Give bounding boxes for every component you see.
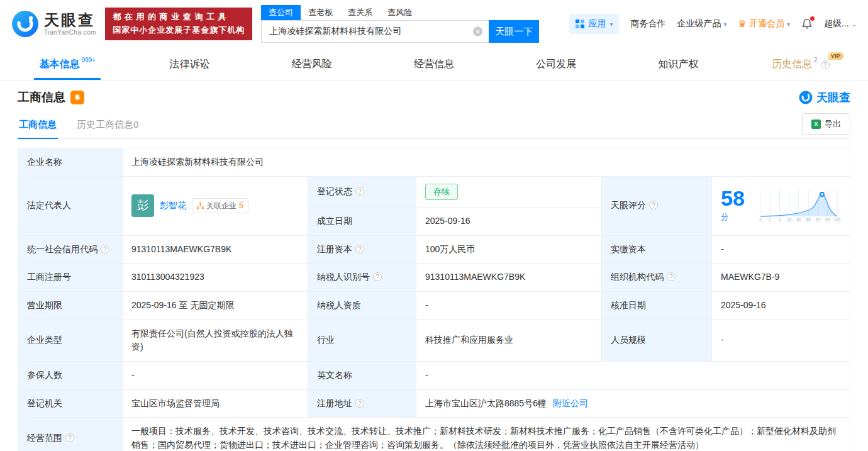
crown-icon: ♛ xyxy=(738,18,746,30)
help-icon[interactable] xyxy=(649,201,658,209)
cooperation-label: 商务合作 xyxy=(630,18,665,30)
top-nav: 应用 ▾ 商务合作 企业级产品 ▾ ♛ 开通会员 ▾ 超级... ⌄ xyxy=(569,14,857,34)
help-icon[interactable] xyxy=(821,60,830,69)
score-marker-dot xyxy=(820,192,824,196)
tab-label: 基本信息 xyxy=(39,58,79,71)
svg-text:15: 15 xyxy=(787,218,792,222)
search-tab-risk[interactable]: 查风险 xyxy=(380,5,420,20)
help-icon[interactable] xyxy=(355,245,364,253)
search-tab-relation[interactable]: 查关系 xyxy=(340,5,380,20)
help-icon[interactable] xyxy=(355,187,364,196)
sub-tabs: 工商信息 历史工商信息0 导出 xyxy=(18,113,850,139)
english-name-label: 英文名称 xyxy=(308,361,416,389)
tianyancha-logo-icon xyxy=(799,91,813,104)
subtab-history-business-info[interactable]: 历史工商信息0 xyxy=(75,114,140,138)
related-companies-badge[interactable]: 关联企业 5 xyxy=(192,198,248,214)
company-name-label: 企业名称 xyxy=(18,148,123,177)
search-input[interactable] xyxy=(261,20,489,43)
help-icon[interactable] xyxy=(667,272,676,281)
nav-super-vip[interactable]: 超级... ⌄ xyxy=(824,18,857,30)
staff-size-value: - xyxy=(712,320,850,361)
establish-date-value: 2025-09-16 xyxy=(416,207,602,235)
super-label: 超级... xyxy=(824,18,849,30)
related-companies-label: 关联企业 xyxy=(206,200,236,212)
reg-address-value: 上海市宝山区沪太路8885号6幢 xyxy=(425,397,547,411)
svg-text:97: 97 xyxy=(816,218,821,222)
search-tab-boss[interactable]: 查老板 xyxy=(301,5,340,20)
clear-search-icon[interactable]: ✕ xyxy=(473,27,482,36)
svg-text:100: 100 xyxy=(834,218,841,222)
export-button[interactable]: 导出 xyxy=(802,113,850,135)
search-tab-company[interactable]: 查公司 xyxy=(261,5,301,20)
table-row: 经营范围 一般项目：技术服务、技术开发、技术咨询、技术交流、技术转让、技术推广；… xyxy=(18,418,850,451)
watermark-brand-name: 天眼查 xyxy=(816,90,850,105)
table-row: 企业类型 有限责任公司(自然人投资或控股的法人独资) 行业 科技推广和应用服务业… xyxy=(18,320,850,361)
reg-capital-value: 100万人民币 xyxy=(416,235,602,264)
tab-legal-proceedings[interactable]: 法律诉讼 xyxy=(128,49,250,80)
subtab-business-info[interactable]: 工商信息 xyxy=(18,114,58,139)
company-section-tabs: 基本信息 999+ 法律诉讼 经营风险 经营信息 公司发展 知识产权 历史信息 … xyxy=(0,49,868,81)
taxpayer-id-label: 纳税人识别号 xyxy=(308,264,416,292)
help-icon[interactable] xyxy=(101,245,109,253)
apps-label: 应用 xyxy=(588,18,606,30)
business-scope-label: 经营范围 xyxy=(18,418,123,451)
export-label: 导出 xyxy=(825,118,841,130)
nav-business-cooperation[interactable]: 商务合作 xyxy=(630,18,665,30)
business-info-table: 企业名称 上海凌硅探索新材料科技有限公司 法定代表人 彭 彭智花 xyxy=(18,148,850,451)
nav-enterprise-products[interactable]: 企业级产品 ▾ xyxy=(677,18,726,30)
apps-menu[interactable]: 应用 ▾ xyxy=(569,14,619,34)
svg-text:99: 99 xyxy=(825,218,830,222)
legal-rep-name-link[interactable]: 彭智花 xyxy=(160,199,186,213)
grid-icon xyxy=(576,19,584,28)
company-type-label: 企业类型 xyxy=(18,320,123,361)
tab-label: 知识产权 xyxy=(659,58,699,71)
help-icon[interactable] xyxy=(65,433,74,442)
reg-capital-label: 注册资本 xyxy=(308,235,416,264)
tab-label: 历史信息 xyxy=(772,58,812,71)
chevron-down-icon: ▾ xyxy=(723,21,726,28)
nav-open-vip[interactable]: ♛ 开通会员 ▾ xyxy=(738,18,789,30)
nearby-companies-link[interactable]: 附近公司 xyxy=(553,397,588,411)
table-row: 参保人数 - 英文名称 - xyxy=(18,361,850,389)
svg-text:50: 50 xyxy=(796,218,801,222)
tianyancha-logo[interactable]: 天眼查 TianYanCha.com xyxy=(11,10,96,38)
score-distribution-chart: 0 1 3 15 50 85 97 99 100 xyxy=(757,189,841,223)
org-code-label: 组织机构代码 xyxy=(602,264,712,292)
legal-rep-avatar[interactable]: 彭 xyxy=(131,194,154,217)
help-icon[interactable] xyxy=(355,399,364,408)
tab-label: 经营信息 xyxy=(414,58,454,71)
business-term-value: 2025-09-16 至 无固定期限 xyxy=(123,291,308,320)
insured-count-label: 参保人数 xyxy=(18,361,123,389)
score-value: 58 xyxy=(721,186,745,210)
search-button[interactable]: 天眼一下 xyxy=(489,20,539,43)
chevron-down-icon: ▾ xyxy=(609,21,613,28)
vip-label: 开通会员 xyxy=(749,18,784,30)
tab-operating-info[interactable]: 经营信息 xyxy=(373,49,495,80)
tab-operating-risk[interactable]: 经营风险 xyxy=(251,49,373,80)
table-row: 工商注册号 310113004321923 纳税人识别号 91310113MAE… xyxy=(18,264,850,292)
industry-value: 科技推广和应用服务业 xyxy=(416,320,602,361)
top-bar: 天眼查 TianYanCha.com 都 在 用 的 商 业 查 询 工 具 国… xyxy=(0,0,868,49)
chevron-down-icon: ⌄ xyxy=(852,21,857,28)
approval-date-label: 核准日期 xyxy=(602,291,712,320)
reg-number-value: 310113004321923 xyxy=(123,264,308,292)
notifications-bell[interactable] xyxy=(801,18,813,30)
org-chart-icon xyxy=(197,203,204,209)
reg-address-cell: 上海市宝山区沪太路8885号6幢 附近公司 xyxy=(416,389,850,418)
tab-badge: 999+ xyxy=(81,57,96,64)
table-row: 统一社会信用代码 91310113MAEWKG7B9K 注册资本 100万人民币… xyxy=(18,235,850,264)
tab-basic-info[interactable]: 基本信息 999+ xyxy=(6,49,128,80)
tab-history-info[interactable]: 历史信息 2 VIP xyxy=(740,49,862,80)
taxpayer-qualification-value: - xyxy=(416,291,602,320)
related-companies-count: 5 xyxy=(239,200,243,212)
reg-status-cell: 存续 xyxy=(416,176,602,207)
tab-label: 经营风险 xyxy=(292,58,332,71)
tab-label: 法律诉讼 xyxy=(169,58,209,71)
tab-intellectual-property[interactable]: 知识产权 xyxy=(617,49,739,80)
taxpayer-qualification-label: 纳税人资质 xyxy=(308,291,416,320)
business-info-section: 工商信息 天眼查 工商信息 历史工商信息0 导出 xyxy=(0,81,868,451)
alert-bell-icon[interactable] xyxy=(70,91,84,104)
tab-company-development[interactable]: 公司发展 xyxy=(495,49,617,80)
svg-text:0: 0 xyxy=(759,218,762,222)
help-icon[interactable] xyxy=(373,272,382,281)
